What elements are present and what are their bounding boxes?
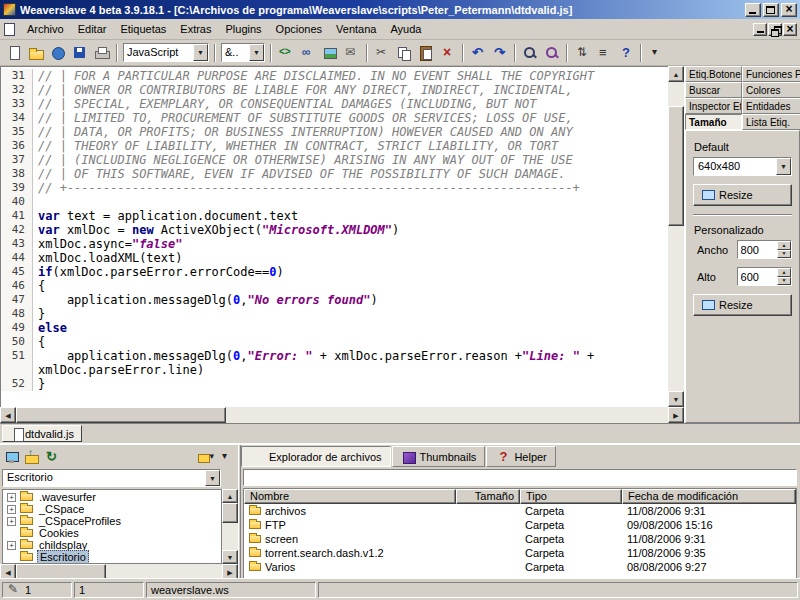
location-dropdown-button[interactable]: ▼	[205, 470, 220, 486]
copy-button[interactable]	[393, 42, 415, 64]
file-row[interactable]: torrent.search.dash.v1.2Carpeta11/08/200…	[244, 546, 796, 560]
mdi-minimize-button[interactable]	[753, 23, 767, 36]
expand-toggle[interactable]: +	[7, 493, 16, 502]
delete-button[interactable]	[437, 42, 459, 64]
menu-item-archivo[interactable]: Archivo	[20, 20, 71, 38]
tree-item-wavesurfer[interactable]: +.wavesurfer	[3, 491, 221, 503]
menu-item-ventana[interactable]: Ventana	[329, 20, 383, 38]
file-row[interactable]: archivosCarpeta11/08/2006 9:31	[244, 504, 796, 518]
panel-tab-lista-etiq[interactable]: Lista Etiq.	[742, 114, 800, 130]
default-size-select[interactable]: 640x480 ▼	[693, 157, 792, 176]
insert-link-button[interactable]	[297, 42, 319, 64]
open-file-button[interactable]	[25, 42, 47, 64]
panel-tab-tama-o[interactable]: Tamaño	[685, 114, 742, 130]
entity-select-dropdown-button[interactable]: ▼	[249, 44, 264, 61]
height-spinner[interactable]: ▲▼	[737, 267, 792, 286]
menu-item-editar[interactable]: Editar	[71, 20, 114, 38]
file-row[interactable]: FTPCarpeta09/08/2006 15:16	[244, 518, 796, 532]
menu-item-ayuda[interactable]: Ayuda	[383, 20, 428, 38]
panel-tab-entidades[interactable]: Entidades	[742, 98, 800, 114]
scroll-thumb[interactable]	[16, 407, 226, 423]
folder-menu-button[interactable]	[196, 448, 216, 466]
redo-button[interactable]	[489, 42, 511, 64]
menu-item-etiquetas[interactable]: Etiquetas	[113, 20, 173, 38]
default-size-dropdown-button[interactable]: ▼	[776, 158, 791, 175]
save-button[interactable]	[69, 42, 91, 64]
insert-image-button[interactable]	[319, 42, 341, 64]
minimize-button[interactable]	[745, 3, 761, 17]
close-button[interactable]	[781, 3, 797, 17]
folder-tree[interactable]: +.wavesurfer+_CSpace+_CSpaceProfilesCook…	[2, 489, 222, 564]
open-web-button[interactable]	[47, 42, 69, 64]
mdi-restore-button[interactable]	[768, 23, 782, 36]
explorer-tab-helper[interactable]: Helper	[486, 446, 555, 467]
menu-item-extras[interactable]: Extras	[173, 20, 218, 38]
tree-item-escritorio[interactable]: Escritorio	[3, 551, 221, 563]
paste-button[interactable]	[415, 42, 437, 64]
sort-button[interactable]	[571, 42, 593, 64]
find-replace-button[interactable]	[541, 42, 563, 64]
column-header-nombre[interactable]: Nombre	[244, 489, 456, 504]
view-menu-button[interactable]	[216, 448, 236, 466]
code-editor[interactable]: 31// | FOR A PARTICULAR PURPOSE ARE DISC…	[0, 66, 668, 407]
maximize-button[interactable]	[763, 3, 779, 17]
explorer-tab-explorador-de-archivos[interactable]: Explorador de archivos	[241, 446, 391, 467]
refresh-button[interactable]	[42, 448, 62, 466]
scroll-left-button[interactable]: ◀	[0, 407, 16, 423]
width-input[interactable]	[738, 241, 777, 258]
panel-tab-buscar[interactable]: Buscar	[685, 82, 742, 98]
tree-item-cspace[interactable]: +_CSpace	[3, 503, 221, 515]
tree-item-cspaceprofiles[interactable]: +_CSpaceProfiles	[3, 515, 221, 527]
column-header-fecha-de-modificaci-n[interactable]: Fecha de modificación	[622, 489, 796, 504]
new-file-button[interactable]	[3, 42, 25, 64]
desktop-button[interactable]	[2, 448, 22, 466]
expand-toggle[interactable]: +	[7, 517, 16, 526]
tree-item-childsplay[interactable]: +childsplay	[3, 539, 221, 551]
file-row[interactable]: VariosCarpeta08/08/2006 9:27	[244, 560, 796, 574]
document-tab-dtdvalid-js[interactable]: dtdvalid.js	[2, 425, 82, 442]
find-button[interactable]	[519, 42, 541, 64]
expand-toggle[interactable]: +	[7, 505, 16, 514]
scroll-down-button[interactable]: ▼	[222, 550, 238, 564]
location-select[interactable]: Escritorio ▼	[2, 469, 221, 487]
editor-vertical-scrollbar[interactable]: ▲ ▼	[668, 66, 684, 407]
scroll-up-button[interactable]: ▲	[668, 66, 684, 82]
spin-up-icon[interactable]: ▲	[777, 268, 791, 277]
resize-default-button[interactable]: Resize	[693, 184, 792, 206]
scroll-right-button[interactable]: ▶	[668, 407, 684, 423]
scroll-up-button[interactable]: ▲	[222, 489, 238, 503]
insert-mail-button[interactable]	[341, 42, 363, 64]
entity-select[interactable]: &..▼	[221, 43, 265, 62]
column-header-tipo[interactable]: Tipo	[520, 489, 622, 504]
column-header-tama-o[interactable]: Tamaño	[456, 489, 520, 504]
panel-tab-etiq-botones[interactable]: Etiq.Botones	[685, 66, 742, 82]
height-input[interactable]	[738, 268, 777, 285]
spin-up-icon[interactable]: ▲	[777, 241, 791, 250]
panel-tab-colores[interactable]: Colores	[742, 82, 800, 98]
scroll-thumb[interactable]	[222, 503, 238, 523]
scroll-thumb[interactable]	[668, 106, 684, 226]
undo-button[interactable]	[467, 42, 489, 64]
explorer-tab-thumbnails[interactable]: Thumbnails	[392, 446, 486, 467]
spin-down-icon[interactable]: ▼	[777, 250, 791, 259]
spin-down-icon[interactable]: ▼	[777, 277, 791, 286]
list-button[interactable]	[593, 42, 615, 64]
cut-button[interactable]	[371, 42, 393, 64]
tree-vertical-scrollbar[interactable]: ▲ ▼	[222, 489, 238, 564]
panel-tab-inspector-etiq[interactable]: Inspector Etiq.	[685, 98, 742, 114]
tree-item-cookies[interactable]: Cookies	[3, 527, 221, 539]
file-row[interactable]: screenCarpeta11/08/2006 9:31	[244, 532, 796, 546]
resize-custom-button[interactable]: Resize	[693, 294, 792, 316]
folder-up-button[interactable]	[22, 448, 42, 466]
editor-horizontal-scrollbar[interactable]: ◀ ▶	[0, 407, 684, 423]
menu-item-plugins[interactable]: Plugins	[219, 20, 269, 38]
language-select-dropdown-button[interactable]: ▼	[193, 44, 208, 61]
scroll-down-button[interactable]: ▼	[668, 391, 684, 407]
print-button[interactable]	[91, 42, 113, 64]
language-select[interactable]: JavaScript▼	[123, 43, 209, 62]
mdi-close-button[interactable]	[783, 23, 797, 36]
insert-tag-button[interactable]	[275, 42, 297, 64]
panel-tab-funciones-ph[interactable]: Funciones PH	[742, 66, 800, 82]
filter-input[interactable]	[243, 469, 797, 486]
toolbar-menu-button[interactable]	[645, 42, 667, 64]
